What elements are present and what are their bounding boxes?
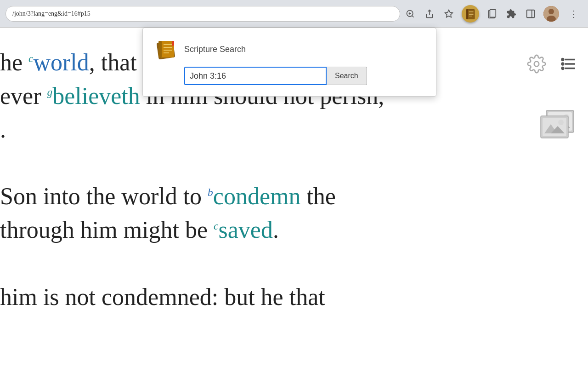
text-ever: ever [0,83,47,109]
ref-g[interactable]: g [47,86,52,98]
scripture-extension-icon[interactable] [462,5,479,23]
more-options-icon[interactable]: ⋮ [565,6,582,21]
svg-rect-22 [158,41,162,58]
text-him-is-not: him is not condemned: but he that [0,284,325,310]
stacked-pages-icon[interactable] [486,7,498,20]
verse-line-3: . [0,113,560,147]
verse-line-6: him is not condemned: but he that [0,281,560,314]
text-dot: . [273,217,279,243]
svg-rect-15 [527,10,535,17]
text-he: he [0,49,28,75]
search-button[interactable]: Search [327,67,367,85]
user-avatar[interactable] [543,6,559,22]
popup-book-logo [154,37,178,61]
ref-c-2[interactable]: c [214,220,218,232]
verse-line-5: through him might be csaved. [0,213,560,247]
svg-marker-5 [445,10,453,17]
ref-c-1[interactable]: c [28,52,33,64]
bookmark-icon[interactable] [442,7,455,20]
svg-line-1 [412,15,414,17]
sidebar-toggle-icon[interactable] [524,7,537,20]
zoom-icon[interactable] [404,7,417,20]
scripture-search-input[interactable] [184,67,327,85]
extensions-icon[interactable] [505,7,518,20]
text-through-him: through him might be [0,217,214,243]
link-saved[interactable]: saved [218,217,272,243]
toolbar-icons: ⋮ [404,5,582,23]
svg-rect-14 [490,9,496,17]
link-condemn[interactable]: condemn [213,183,301,209]
svg-rect-7 [466,9,468,19]
chrome-toolbar: /john/3?lang=eng&id=16#p15 [0,0,588,28]
popup-header: Scripture Search [154,37,425,61]
link-believeth[interactable]: believeth [52,83,140,109]
verse-line-4: Son into the world to bcondemn the [0,180,560,213]
ref-b[interactable]: b [208,186,213,198]
url-bar[interactable]: /john/3?lang=eng&id=16#p15 [6,6,400,22]
text-period: . [0,116,6,143]
text-son-into: Son into the world to [0,183,208,209]
scripture-search-popup: Scripture Search Search [142,28,436,97]
link-world[interactable]: world [33,49,89,75]
url-text: /john/3?lang=eng&id=16#p15 [12,10,90,17]
popup-search-row: Search [184,67,425,85]
share-icon[interactable] [423,7,436,20]
text-the: the [300,183,336,209]
svg-point-18 [548,9,554,14]
popup-title: Scripture Search [184,45,246,54]
